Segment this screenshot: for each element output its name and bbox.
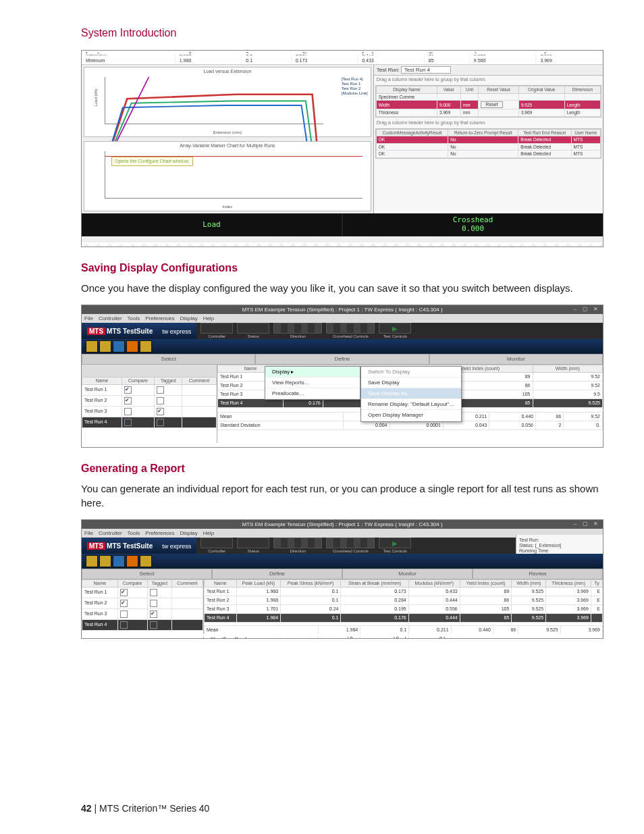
paragraph-report: You can generate an individual report fo… <box>81 481 603 510</box>
menu-save-display[interactable]: Save Display <box>361 377 461 388</box>
status-indicator <box>237 323 269 334</box>
page-footer: 42 | MTS Criterion™ Series 40 <box>81 803 209 814</box>
toolbar[interactable] <box>82 339 603 354</box>
paragraph-saving: Once you have the display configured the… <box>81 281 603 295</box>
run-row[interactable]: Test Run 2 <box>82 395 217 406</box>
y-axis-label: Load (kN) <box>94 88 99 106</box>
tagged-checkbox[interactable] <box>157 408 164 415</box>
direction-control[interactable] <box>273 323 322 334</box>
menu-save-display-as[interactable]: Save Display As… <box>361 388 461 399</box>
tab-select[interactable]: Select <box>82 354 255 364</box>
tab-monitor[interactable]: Monitor <box>429 354 603 364</box>
group-hint: Drag a column header here to group by th… <box>374 76 603 84</box>
window-buttons[interactable]: – ▢ ✕ <box>574 521 600 527</box>
screenshot-generate-report: MTS EM Example Tension (Simplified) : Pr… <box>81 519 603 639</box>
interlock-indicator <box>200 323 233 334</box>
tab-bar[interactable]: Select Define Monitor Review <box>82 569 603 579</box>
toolbar-icon[interactable] <box>86 340 98 353</box>
reset-button[interactable]: Reset <box>481 101 502 108</box>
menu-display[interactable]: Display ▸ <box>265 367 360 377</box>
brand-logo: MTSMTS TestSuitetw express <box>82 328 196 336</box>
data-row[interactable]: Test Run 31.7010.240.1950.5561059.5253.9… <box>205 604 603 613</box>
menu-view-reports[interactable]: View Reports… <box>265 377 360 388</box>
tab-define[interactable]: Define <box>255 354 429 364</box>
toolbar-icon[interactable] <box>140 340 152 353</box>
run-row[interactable]: Test Run 3 <box>82 406 217 417</box>
compare-checkbox[interactable] <box>120 600 128 607</box>
test-run-label: Test Run: <box>377 67 400 73</box>
data-pane[interactable]: Name(mm)Modulus (kN/mm²)Yield Index (cou… <box>217 365 603 447</box>
data-row[interactable]: Test Run 11.9800.10.1730.433899.5253.969… <box>205 587 603 596</box>
run-row[interactable]: Test Run 2 <box>82 598 203 608</box>
tagged-checkbox[interactable] <box>157 397 164 405</box>
specimen-grid[interactable]: Display NameValueUnitReset ValueOriginal… <box>375 85 601 117</box>
window-title: MTS EM Example Tension (Simplified) : Pr… <box>82 305 603 314</box>
tagged-checkbox[interactable] <box>150 600 157 607</box>
data-pane[interactable]: NamePeak Load (kN)Peak Stress (kN/mm²)St… <box>204 579 603 638</box>
summary-row: Standard Deviation0.0040.00010.15 <box>205 634 603 639</box>
toolbar-icon[interactable] <box>113 340 125 353</box>
chart-load-vs-extension[interactable]: Load versus Extension Load (kN) [Test Ru… <box>84 67 371 137</box>
compare-checkbox[interactable] <box>120 610 128 618</box>
compare-checkbox[interactable] <box>124 397 132 405</box>
run-row[interactable]: Test Run 4 <box>82 417 217 427</box>
crosshead-controls[interactable] <box>326 323 375 334</box>
tagged-checkbox[interactable] <box>150 621 157 629</box>
run-row[interactable]: Test Run 1 <box>82 587 203 598</box>
tab-bar[interactable]: Select Define Monitor <box>82 354 603 364</box>
heading-report: Generating a Report <box>81 463 603 475</box>
test-run-dropdown[interactable]: Test Run 4 <box>401 66 451 74</box>
screenshot-configure-chart: Maximum1.9880.10.2840.476899.5253.969 Mi… <box>81 50 603 247</box>
summary-table-top: Maximum1.9880.10.2840.476899.5253.969 Mi… <box>82 51 603 64</box>
summary-row: Mean1.9840.10.2110.440869.5253.969 <box>205 625 603 634</box>
run-row[interactable]: Test Run 1 <box>82 384 217 395</box>
results-grid[interactable]: CustomMessageActivityResultReturn-to-Zer… <box>375 128 601 159</box>
run-list-pane[interactable]: NameCompareTaggedCommentTest Run 1Test R… <box>82 579 204 638</box>
toolbar[interactable] <box>82 554 603 569</box>
toolbar-icon[interactable] <box>126 340 138 353</box>
summary-row: Standard Deviation0.0040.00010.0430.0562… <box>218 421 603 429</box>
chart-array-variable-marker[interactable]: Array-Variable Marker Chart for Multiple… <box>84 141 371 211</box>
display-submenu[interactable]: Switch To Display Save Display Save Disp… <box>360 366 462 422</box>
status-bar: Load Crosshead0.000 <box>82 213 603 236</box>
screenshot-save-display: MTS EM Example Tension (Simplified) : Pr… <box>81 305 603 448</box>
tagged-checkbox[interactable] <box>157 386 164 394</box>
x-axis-label: Extension (mm) <box>213 130 242 135</box>
data-row[interactable]: Test Run 21.9880.10.2840.444869.5253.969… <box>205 596 603 604</box>
menu-rename-display[interactable]: Rename Display: "Default Layout"… <box>361 399 461 410</box>
run-row[interactable]: Test Run 4 <box>82 619 203 630</box>
compare-checkbox[interactable] <box>120 589 128 596</box>
compare-checkbox[interactable] <box>120 621 128 629</box>
test-controls[interactable] <box>379 323 411 334</box>
tagged-checkbox[interactable] <box>157 419 164 426</box>
run-list-pane[interactable]: NameCompareTaggedCommentTest Run 1Test R… <box>82 365 217 447</box>
compare-checkbox[interactable] <box>124 386 132 394</box>
chart-legend: [Test Run 4] Test Run 1 Test Run 2 [Modu… <box>342 77 368 96</box>
window-title: MTS EM Example Tension (Simplified) : Pr… <box>82 520 603 529</box>
compare-checkbox[interactable] <box>124 419 132 426</box>
tagged-checkbox[interactable] <box>150 610 157 618</box>
toolbar-icon[interactable] <box>99 340 111 353</box>
context-menu[interactable]: Display ▸ View Reports… Preallocate… <box>265 366 360 400</box>
data-row[interactable]: Test Run 41.9840.10.1760.444859.5253.969 <box>205 613 603 622</box>
window-buttons[interactable]: – ▢ ✕ <box>574 306 600 312</box>
brand-logo: MTSMTS TestSuitetw express <box>82 542 196 550</box>
tagged-checkbox[interactable] <box>150 589 157 596</box>
heading-saving: Saving Display Configurations <box>81 262 603 274</box>
compare-checkbox[interactable] <box>124 408 132 415</box>
menu-preallocate[interactable]: Preallocate… <box>265 388 360 399</box>
run-row[interactable]: Test Run 3 <box>82 608 203 619</box>
menu-open-display-manager[interactable]: Open Display Manager <box>361 410 461 421</box>
section-title: System Introduction <box>81 27 603 39</box>
menu-bar[interactable]: FileControllerToolsPreferencesDisplayHel… <box>82 314 603 323</box>
